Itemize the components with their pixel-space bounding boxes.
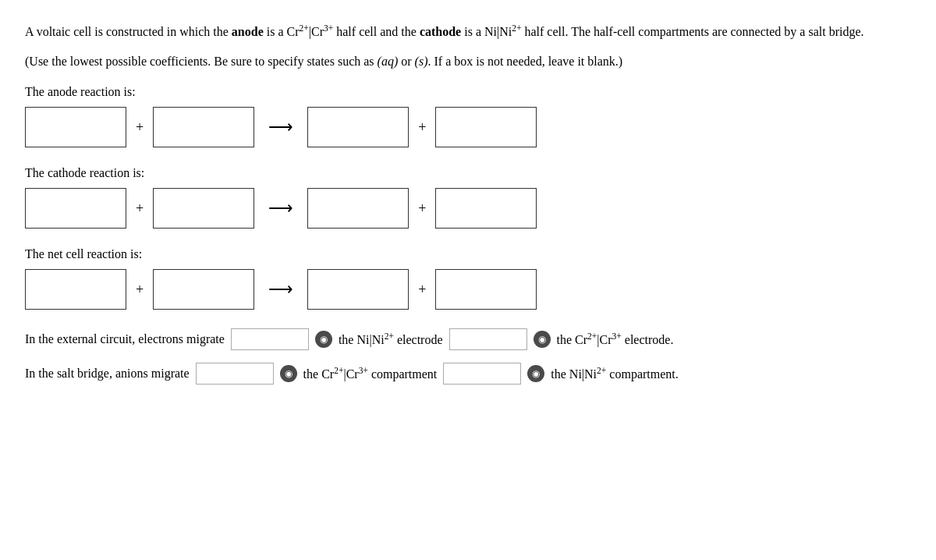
saltbridge-option1-text: the Cr2+|Cr3+ compartment [303,366,438,381]
external-row: In the external circuit, electrons migra… [25,328,911,350]
anode-input-3[interactable] [307,107,409,147]
anode-input-2[interactable] [153,107,254,147]
cathode-input-3[interactable] [307,188,409,229]
external-input-2[interactable] [449,328,527,350]
anode-row: + ⟶ + [25,107,911,147]
saltbridge-option2-text: the Ni|Ni2+ compartment. [551,366,678,381]
cathode-input-2[interactable] [153,188,254,229]
cathode-section: The cathode reaction is: + ⟶ + [25,166,911,229]
saltbridge-intro-text: In the salt bridge, anions migrate [25,367,190,381]
migrate-section: In the external circuit, electrons migra… [25,328,911,385]
net-section: The net cell reaction is: + ⟶ + [25,247,911,310]
external-circle-1[interactable]: ◉ [315,331,332,348]
cathode-input-1[interactable] [25,188,126,229]
external-circle-2[interactable]: ◉ [534,331,551,348]
saltbridge-row: In the salt bridge, anions migrate ◉ the… [25,363,911,385]
intro-paragraph: A voltaic cell is constructed in which t… [25,22,883,41]
anode-label: The anode reaction is: [25,85,911,99]
anode-arrow: ⟶ [268,117,293,137]
net-arrow: ⟶ [268,279,293,299]
net-plus-2: + [418,282,426,298]
external-option2-text: the Cr2+|Cr3+ electrode. [557,331,674,347]
cathode-plus-1: + [136,200,144,217]
external-intro-text: In the external circuit, electrons migra… [25,332,225,346]
net-label: The net cell reaction is: [25,247,911,261]
net-input-2[interactable] [153,269,254,310]
saltbridge-input-1[interactable] [196,363,274,385]
net-row: + ⟶ + [25,269,911,310]
instruction-paragraph: (Use the lowest possible coefficients. B… [25,52,883,71]
anode-section: The anode reaction is: + ⟶ + [25,85,911,147]
net-input-3[interactable] [307,269,409,310]
anode-input-4[interactable] [435,107,537,147]
cathode-arrow: ⟶ [268,198,293,218]
anode-plus-1: + [136,119,144,136]
saltbridge-circle-1[interactable]: ◉ [280,365,297,382]
saltbridge-circle-2[interactable]: ◉ [527,365,544,382]
net-input-4[interactable] [435,269,537,310]
cathode-row: + ⟶ + [25,188,911,229]
anode-plus-2: + [418,119,426,136]
external-input-1[interactable] [231,328,309,350]
cathode-input-4[interactable] [435,188,537,229]
net-input-1[interactable] [25,269,126,310]
cathode-plus-2: + [418,200,426,217]
cathode-label: The cathode reaction is: [25,166,911,180]
external-option1-text: the Ni|Ni2+ electrode [339,331,443,347]
saltbridge-input-2[interactable] [443,363,521,385]
anode-input-1[interactable] [25,107,126,147]
net-plus-1: + [136,282,144,298]
